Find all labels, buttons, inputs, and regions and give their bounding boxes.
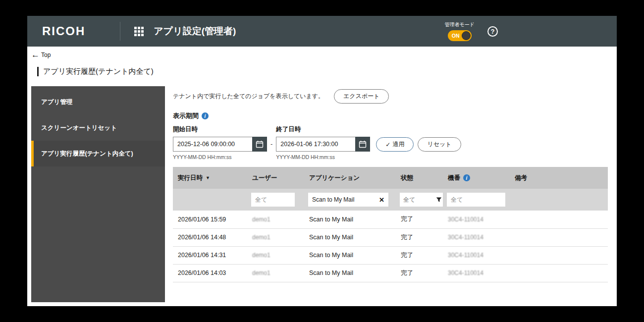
back-arrow-icon: ←: [31, 51, 40, 59]
machine-info-icon[interactable]: i: [463, 174, 470, 181]
cell-application: Scan to My Mail: [304, 211, 396, 228]
cell-datetime: 2026/01/06 15:59: [173, 211, 247, 228]
calendar-icon: [359, 140, 367, 148]
start-format-hint: YYYY-MM-DD HH:mm:ss: [173, 154, 267, 160]
start-calendar-button[interactable]: [252, 137, 267, 152]
cell-machine: 30C4-110014: [448, 216, 483, 223]
display-period-label: 表示期間: [173, 111, 199, 120]
cell-user: demo1: [252, 269, 270, 276]
header-divider: [120, 22, 120, 41]
calendar-icon: [256, 140, 264, 148]
back-to-top-link[interactable]: ← Top: [31, 51, 51, 59]
filter-cell-application: ✕: [304, 189, 396, 211]
filter-funnel-icon: [436, 197, 442, 203]
sidebar-item-screen-auto-reset[interactable]: スクリーンオートリセット: [31, 115, 165, 141]
sidebar: アプリ管理 スクリーンオートリセット アプリ実行履歴(テナント内全て): [31, 86, 165, 302]
apply-label: 適用: [392, 140, 404, 149]
content-area: ← Top アプリ実行履歴(テナント内全て) アプリ管理 スクリーンオートリセッ…: [27, 47, 617, 306]
cell-machine: 30C4-110014: [448, 234, 483, 241]
filter-cell-note: [510, 189, 608, 211]
app-header: RICOH アプリ設定(管理者) 管理者モード ON ?: [27, 16, 617, 47]
cell-note: [510, 211, 608, 228]
export-button[interactable]: エクスポート: [334, 89, 389, 104]
sidebar-item-app-execution-history[interactable]: アプリ実行履歴(テナント内全て): [31, 141, 165, 166]
help-icon[interactable]: ?: [487, 26, 498, 37]
table-row: 2026/01/06 14:48 demo1 Scan to My Mail 完…: [173, 228, 608, 246]
cell-note: [510, 228, 608, 246]
cell-user: demo1: [252, 216, 270, 223]
check-icon: ✓: [385, 141, 390, 148]
cell-datetime: 2026/01/06 14:03: [173, 264, 247, 282]
app-title: アプリ設定(管理者): [154, 25, 236, 38]
sort-desc-icon: ▼: [206, 175, 210, 180]
status-filter-dropdown[interactable]: 全て: [400, 193, 445, 207]
clear-filter-icon[interactable]: ✕: [375, 196, 388, 204]
cell-status: 完了: [396, 211, 443, 228]
filter-cell-datetime: [173, 189, 247, 211]
cell-user: demo1: [252, 252, 270, 259]
filter-cell-status: 全て: [396, 189, 443, 211]
cell-status: 完了: [396, 228, 443, 246]
table-row: 2026/01/06 14:03 demo1 Scan to My Mail 完…: [173, 264, 608, 282]
description-text: テナント内で実行した全てのジョブを表示しています。: [173, 92, 324, 101]
column-header-application: アプリケーション: [304, 167, 396, 189]
execution-history-table: 実行日時 ▼ ユーザー アプリケーション 状態 機番 i: [173, 167, 608, 282]
table-row: 2026/01/06 15:59 demo1 Scan to My Mail 完…: [173, 211, 608, 228]
cell-status: 完了: [396, 246, 443, 264]
header-right: 管理者モード ON ?: [445, 21, 498, 41]
table-row: 2026/01/06 14:31 demo1 Scan to My Mail 完…: [173, 246, 608, 264]
period-info-icon[interactable]: i: [202, 112, 209, 119]
table-header-row: 実行日時 ▼ ユーザー アプリケーション 状態 機番 i: [173, 167, 608, 189]
title-accent-bar: [37, 67, 39, 76]
cell-status: 完了: [396, 264, 443, 282]
start-datetime-input[interactable]: [173, 137, 252, 152]
admin-mode-label: 管理者モード: [445, 21, 475, 28]
column-header-user: ユーザー: [247, 167, 304, 189]
machine-filter-input[interactable]: [447, 193, 505, 207]
cell-note: [510, 264, 608, 282]
reset-button[interactable]: リセット: [418, 137, 461, 152]
ricoh-logo: RICOH: [27, 24, 120, 38]
cell-user: demo1: [252, 234, 270, 241]
toggle-on-label: ON: [452, 33, 460, 39]
user-filter-input[interactable]: [251, 193, 295, 207]
filter-cell-machine: [443, 189, 510, 211]
table-filter-row: ✕ 全て: [173, 189, 608, 211]
app-window: RICOH アプリ設定(管理者) 管理者モード ON ? ← Top アプリ実行…: [27, 16, 617, 306]
apply-button[interactable]: ✓ 適用: [376, 137, 414, 152]
end-format-hint: YYYY-MM-DD HH:mm:ss: [276, 154, 370, 160]
cell-datetime: 2026/01/06 14:31: [173, 246, 247, 264]
date-range-separator: -: [270, 140, 272, 148]
filter-cell-user: [247, 189, 304, 211]
admin-mode-toggle[interactable]: ON: [448, 30, 472, 41]
cell-datetime: 2026/01/06 14:48: [173, 228, 247, 246]
page-title: アプリ実行履歴(テナント内全て): [43, 67, 154, 76]
cell-machine: 30C4-110014: [448, 252, 483, 259]
main-panel: テナント内で実行した全てのジョブを表示しています。 エクスポート 表示期間 i …: [165, 86, 613, 306]
end-calendar-button[interactable]: [355, 137, 370, 152]
page-title-row: アプリ実行履歴(テナント内全て): [37, 67, 613, 76]
column-header-status: 状態: [396, 167, 443, 189]
toggle-knob-icon: [462, 31, 471, 40]
app-menu-grid-icon[interactable]: [134, 27, 144, 36]
column-header-machine: 機番 i: [443, 167, 510, 189]
start-datetime-label: 開始日時: [173, 125, 267, 134]
column-header-datetime[interactable]: 実行日時 ▼: [173, 167, 247, 189]
end-datetime-label: 終了日時: [276, 125, 370, 134]
cell-application: Scan to My Mail: [304, 246, 396, 264]
column-header-note: 備考: [510, 167, 608, 189]
back-label: Top: [41, 52, 51, 58]
sidebar-item-app-management[interactable]: アプリ管理: [31, 89, 165, 115]
cell-machine: 30C4-110014: [448, 269, 483, 276]
cell-note: [510, 246, 608, 264]
admin-mode-group: 管理者モード ON: [445, 21, 475, 41]
cell-application: Scan to My Mail: [304, 264, 396, 282]
cell-application: Scan to My Mail: [304, 228, 396, 246]
end-datetime-input[interactable]: [276, 137, 355, 152]
application-filter-input[interactable]: [308, 193, 375, 207]
